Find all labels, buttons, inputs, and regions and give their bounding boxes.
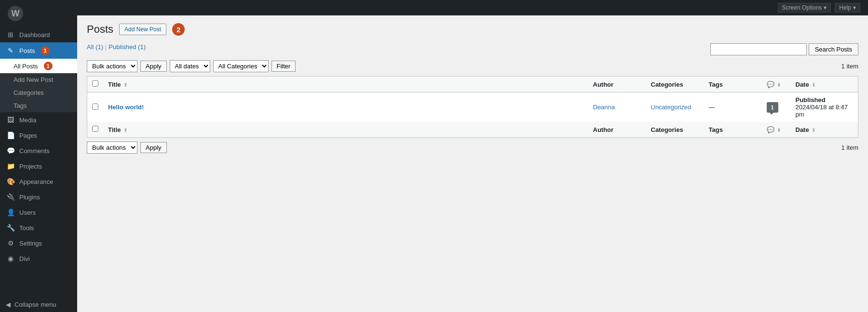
all-posts-badge: 1 xyxy=(44,62,53,70)
search-posts-input[interactable] xyxy=(710,43,807,55)
sidebar-item-users[interactable]: 👤 Users xyxy=(0,205,77,220)
sidebar-item-media[interactable]: 🖼 Media xyxy=(0,112,77,128)
settings-icon: ⚙ xyxy=(6,239,15,247)
sidebar-item-label: Dashboard xyxy=(19,31,50,39)
search-posts-btn[interactable]: Search Posts xyxy=(809,43,858,55)
row-checkbox-cell xyxy=(87,92,104,122)
filter-btn[interactable]: Filter xyxy=(271,61,296,72)
collapse-menu-btn[interactable]: ◀ Collapse menu xyxy=(0,297,77,312)
th-date[interactable]: Date ⬇ xyxy=(791,77,858,92)
search-filter-row: All (1) | Published (1) Search Posts xyxy=(87,43,858,56)
row-category-cell: Uncategorized xyxy=(646,92,704,122)
table-row: Hello world! Deanna Uncategorized — 1 xyxy=(87,92,858,122)
screen-options-arrow: ▾ xyxy=(824,4,827,11)
post-title-link[interactable]: Hello world! xyxy=(108,104,144,111)
projects-label: Projects xyxy=(19,163,42,170)
collapse-icon: ◀ xyxy=(6,301,11,308)
collapse-label: Collapse menu xyxy=(14,301,56,308)
top-bulk-actions-select[interactable]: Bulk actions xyxy=(87,60,137,72)
comment-count-bubble: 1 xyxy=(767,102,778,113)
th-checkbox xyxy=(87,77,104,92)
sidebar-item-dashboard[interactable]: ⊞ Dashboard xyxy=(0,27,77,42)
sidebar-item-projects[interactable]: 📁 Projects xyxy=(0,158,77,174)
top-apply-btn[interactable]: Apply xyxy=(140,61,167,72)
sidebar-item-add-new-post[interactable]: Add New Post xyxy=(0,73,77,86)
bottom-bulk-actions-select[interactable]: Bulk actions xyxy=(87,142,137,154)
dashboard-icon: ⊞ xyxy=(6,31,15,39)
add-new-post-header-btn[interactable]: Add New Post xyxy=(119,24,166,35)
content-area: Posts Add New Post 2 All (1) | Published… xyxy=(77,15,868,312)
author-link[interactable]: Deanna xyxy=(593,104,615,111)
filter-published-link[interactable]: Published (1) xyxy=(108,43,146,51)
add-new-post-label: Add New Post xyxy=(14,76,53,83)
tfoot-th-author: Author xyxy=(588,122,646,138)
sidebar-posts-label: Posts xyxy=(19,47,35,54)
sidebar-item-pages[interactable]: 📄 Pages xyxy=(0,128,77,143)
th-title[interactable]: Title ⬆ xyxy=(103,77,588,92)
sidebar-item-categories[interactable]: Categories xyxy=(0,86,77,99)
filter-separator: | xyxy=(105,43,107,51)
dates-filter-select[interactable]: All dates xyxy=(170,60,210,72)
bottom-item-count: 1 item xyxy=(841,144,858,151)
top-item-count: 1 item xyxy=(841,63,858,70)
date-value: 2024/04/18 at 8:47 pm xyxy=(796,104,848,118)
all-posts-label: All Posts xyxy=(14,63,38,70)
posts-icon: ✎ xyxy=(6,47,15,54)
sidebar-item-settings[interactable]: ⚙ Settings xyxy=(0,235,77,251)
comment-col-icon: 💬 xyxy=(767,81,774,88)
sidebar: W ⊞ Dashboard ✎ Posts 1 All Posts 1 Add … xyxy=(0,0,77,312)
sidebar-item-plugins[interactable]: 🔌 Plugins xyxy=(0,189,77,205)
category-link[interactable]: Uncategorized xyxy=(651,104,692,111)
appearance-label: Appearance xyxy=(19,178,53,185)
select-all-checkbox[interactable] xyxy=(92,80,98,87)
tfoot-th-categories: Categories xyxy=(646,122,704,138)
tfoot-th-title[interactable]: Title ⬆ xyxy=(103,122,588,138)
wordpress-logo-icon: W xyxy=(8,6,23,21)
tfoot-comments-sort-icon: ⬍ xyxy=(777,128,781,133)
select-all-bottom-checkbox[interactable] xyxy=(92,126,98,132)
sidebar-item-posts[interactable]: ✎ Posts 1 xyxy=(0,42,77,59)
bottom-apply-btn[interactable]: Apply xyxy=(140,142,167,153)
help-btn[interactable]: Help ▾ xyxy=(835,3,860,13)
tools-icon: 🔧 xyxy=(6,224,15,232)
screen-options-btn[interactable]: Screen Options ▾ xyxy=(778,3,831,13)
sidebar-item-tags[interactable]: Tags xyxy=(0,99,77,112)
categories-filter-select[interactable]: All Categories xyxy=(213,60,269,72)
posts-table: Title ⬆ Author Categories Tags 💬 ⬍ xyxy=(87,76,858,138)
tfoot-date-sort-icon: ⬇ xyxy=(812,128,815,133)
comments-bubble-link[interactable]: 1 xyxy=(767,104,778,111)
sidebar-logo: W xyxy=(0,0,77,27)
tfoot-th-date[interactable]: Date ⬇ xyxy=(791,122,858,138)
row-date-cell: Published 2024/04/18 at 8:47 pm xyxy=(791,92,858,122)
tfoot-date-label: Date xyxy=(796,126,809,133)
media-label: Media xyxy=(19,117,36,124)
help-label: Help xyxy=(839,4,851,11)
sidebar-item-divi[interactable]: ◉ Divi xyxy=(0,251,77,266)
filter-all-link[interactable]: All (1) xyxy=(87,43,103,51)
comments-sort-icon: ⬍ xyxy=(777,82,781,88)
date-status: Published xyxy=(796,96,826,104)
row-comments-cell: 1 xyxy=(762,92,791,122)
tfoot-title-label: Title xyxy=(108,126,121,133)
tfoot-th-tags: Tags xyxy=(704,122,762,138)
tools-label: Tools xyxy=(19,224,34,232)
main-area: Screen Options ▾ Help ▾ Posts Add New Po… xyxy=(77,0,868,312)
title-sort-icon: ⬆ xyxy=(123,82,127,88)
top-action-bar: Bulk actions Apply All dates All Categor… xyxy=(87,60,858,72)
pages-icon: 📄 xyxy=(6,131,15,139)
tags-value: — xyxy=(709,104,715,111)
row-checkbox[interactable] xyxy=(92,104,98,110)
filter-links: All (1) | Published (1) xyxy=(87,43,146,51)
sidebar-item-comments[interactable]: 💬 Comments xyxy=(0,143,77,158)
sidebar-item-all-posts[interactable]: All Posts 1 xyxy=(0,59,77,73)
th-categories: Categories xyxy=(646,77,704,92)
th-comments: 💬 ⬍ xyxy=(762,77,791,92)
row-tags-cell: — xyxy=(704,92,762,122)
th-tags-label: Tags xyxy=(709,81,723,88)
th-tags: Tags xyxy=(704,77,762,92)
sidebar-item-tools[interactable]: 🔧 Tools xyxy=(0,220,77,235)
sidebar-item-appearance[interactable]: 🎨 Appearance xyxy=(0,174,77,189)
th-title-label: Title xyxy=(108,81,121,88)
tfoot-author-label: Author xyxy=(593,126,614,133)
row-author-cell: Deanna xyxy=(588,92,646,122)
